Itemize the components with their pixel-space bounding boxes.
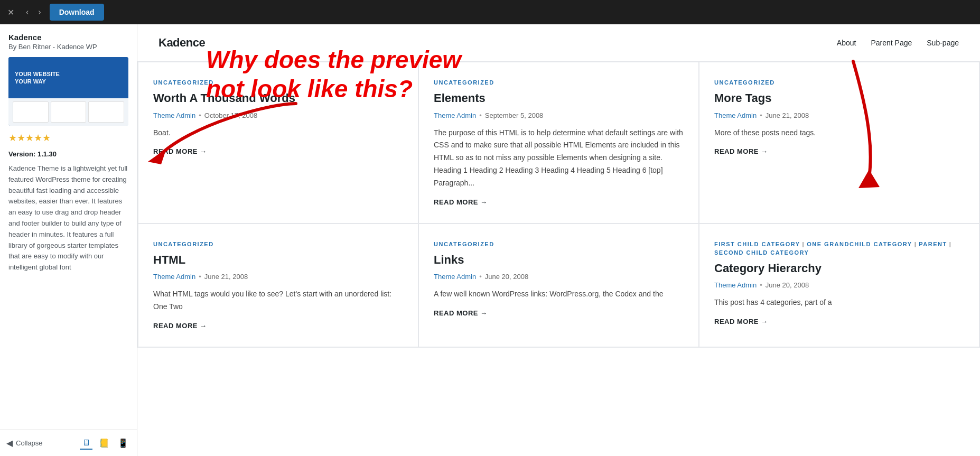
blog-readmore-2[interactable]: READ MORE → (434, 198, 684, 206)
blog-excerpt-4: What HTML tags would you like to see? Le… (153, 288, 403, 313)
blog-grid: UNCATEGORIZED Worth A Thousand Words The… (137, 61, 980, 348)
blog-meta-4: Theme Admin • June 21, 2008 (153, 273, 403, 281)
collapse-arrow-icon: ◀ (6, 438, 13, 448)
blog-readmore-3[interactable]: READ MORE → (714, 147, 964, 155)
mobile-icon[interactable]: 📱 (116, 437, 130, 450)
blog-meta-2: Theme Admin • September 5, 2008 (434, 111, 684, 119)
main-layout: Kadence By Ben Ritner - Kadence WP YOUR … (0, 24, 980, 456)
blog-author-3: Theme Admin (714, 111, 757, 119)
thumb-hero-text: YOUR WEBSITE YOUR WAY (15, 70, 60, 86)
nav-subpage[interactable]: Sub-page (927, 39, 959, 47)
theme-version: Version: 1.1.30 (8, 150, 128, 158)
blog-category-6: FIRST CHILD CATEGORY | ONE GRANDCHILD CA… (714, 241, 964, 256)
blog-title-5: Links (434, 253, 684, 268)
blog-excerpt-6: This post has 4 categories, part of a (714, 296, 964, 309)
blog-card-5: UNCATEGORIZED Links Theme Admin • June 2… (419, 224, 698, 347)
blog-meta-6: Theme Admin • June 20, 2008 (714, 281, 964, 289)
blog-category-5: UNCATEGORIZED (434, 241, 684, 247)
blog-date-3: June 21, 2008 (766, 111, 809, 119)
blog-author-6: Theme Admin (714, 281, 757, 289)
forward-button[interactable]: › (34, 5, 45, 19)
blog-title-4: HTML (153, 253, 403, 268)
sidebar-footer: ◀ Collapse 🖥 📒 📱 (0, 430, 137, 456)
blog-readmore-6[interactable]: READ MORE → (714, 318, 964, 325)
star-rating: ★★★★★ (8, 132, 128, 144)
blog-title-6: Category Hierarchy (714, 261, 964, 276)
blog-category-3: UNCATEGORIZED (714, 79, 964, 86)
blog-author-1: Theme Admin (153, 111, 195, 119)
nav-about[interactable]: About (837, 39, 856, 47)
sidebar: Kadence By Ben Ritner - Kadence WP YOUR … (0, 24, 137, 456)
blog-excerpt-5: A few well known WordPress links: WordPr… (434, 288, 684, 301)
blog-card-3: UNCATEGORIZED More Tags Theme Admin • Ju… (699, 62, 979, 223)
blog-readmore-4[interactable]: READ MORE → (153, 322, 403, 330)
blog-excerpt-2: The purpose of this HTML is to help dete… (434, 127, 684, 190)
theme-description: Kadence Theme is a lightweight yet full … (8, 163, 128, 273)
sidebar-content: Kadence By Ben Ritner - Kadence WP YOUR … (0, 24, 137, 430)
blog-date-5: June 20, 2008 (485, 273, 528, 281)
collapse-button[interactable]: ◀ Collapse (6, 438, 43, 448)
blog-card-6: FIRST CHILD CATEGORY | ONE GRANDCHILD CA… (699, 224, 979, 347)
blog-excerpt-1: Boat. (153, 127, 403, 139)
site-title: Kadence (158, 36, 205, 50)
wp-nav: About Parent Page Sub-page (837, 39, 959, 47)
blog-date-4: June 21, 2008 (204, 273, 248, 281)
blog-category-2: UNCATEGORIZED (434, 79, 684, 86)
blog-author-5: Theme Admin (434, 273, 476, 281)
blog-title-1: Worth A Thousand Words (153, 91, 403, 106)
back-button[interactable]: ‹ (22, 5, 33, 19)
tablet-icon[interactable]: 📒 (97, 437, 111, 450)
blog-card-4: UNCATEGORIZED HTML Theme Admin • June 21… (138, 224, 418, 347)
nav-buttons: ‹ › (22, 5, 45, 19)
preview-area: Kadence About Parent Page Sub-page UNCAT… (137, 24, 980, 456)
blog-card-2: UNCATEGORIZED Elements Theme Admin • Sep… (419, 62, 698, 223)
blog-readmore-5[interactable]: READ MORE → (434, 309, 684, 317)
blog-date-6: June 20, 2008 (766, 281, 809, 289)
blog-date-2: September 5, 2008 (485, 111, 544, 119)
theme-author: By Ben Ritner - Kadence WP (8, 43, 128, 51)
blog-category-1: UNCATEGORIZED (153, 79, 403, 86)
device-icon-group: 🖥 📒 📱 (80, 437, 130, 450)
download-button[interactable]: Download (50, 4, 104, 21)
theme-thumbnail[interactable]: YOUR WEBSITE YOUR WAY (8, 57, 128, 126)
blog-category-4: UNCATEGORIZED (153, 241, 403, 247)
blog-meta-1: Theme Admin • October 17, 2008 (153, 111, 403, 119)
desktop-icon[interactable]: 🖥 (80, 437, 92, 450)
blog-meta-5: Theme Admin • June 20, 2008 (434, 273, 684, 281)
blog-excerpt-3: More of these posts need tags. (714, 127, 964, 139)
theme-name: Kadence (8, 33, 128, 42)
blog-card-1: UNCATEGORIZED Worth A Thousand Words The… (138, 62, 418, 223)
blog-meta-3: Theme Admin • June 21, 2008 (714, 111, 964, 119)
blog-title-2: Elements (434, 91, 684, 106)
blog-title-3: More Tags (714, 91, 964, 106)
blog-date-1: October 17, 2008 (204, 111, 257, 119)
wp-header: Kadence About Parent Page Sub-page (137, 24, 980, 61)
collapse-label: Collapse (16, 439, 43, 447)
nav-parent[interactable]: Parent Page (871, 39, 912, 47)
toolbar: ✕ ‹ › Download (0, 0, 980, 24)
close-button[interactable]: ✕ (4, 5, 17, 20)
blog-author-2: Theme Admin (434, 111, 476, 119)
blog-readmore-1[interactable]: READ MORE → (153, 147, 403, 155)
blog-author-4: Theme Admin (153, 273, 195, 281)
wp-preview: Kadence About Parent Page Sub-page UNCAT… (137, 24, 980, 456)
